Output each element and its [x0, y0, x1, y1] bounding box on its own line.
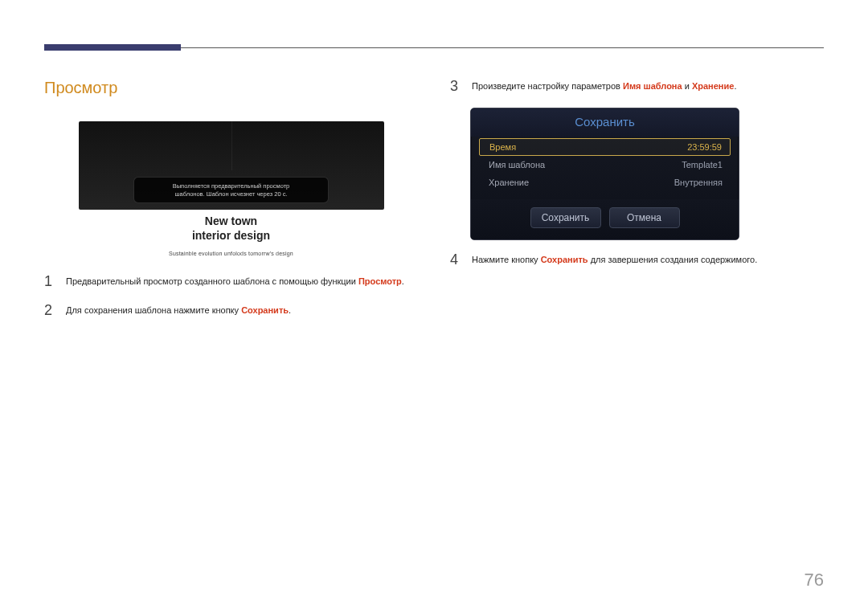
header-accent-bar	[44, 44, 181, 51]
keyword-storage: Хранение	[692, 81, 734, 91]
save-dialog: Сохранить Время 23:59:59 Имя шаблона Tem…	[470, 108, 739, 240]
step-number: 4	[450, 252, 460, 267]
dialog-row-storage[interactable]: Хранение Внутренняя	[479, 174, 731, 191]
step-text-post: для завершения создания содержимого.	[588, 255, 758, 264]
step-3: 3 Произведите настройку параметров Имя ш…	[450, 79, 824, 93]
step-text: Предварительный просмотр созданного шабл…	[66, 274, 404, 288]
dialog-buttons: Сохранить Отмена	[471, 199, 739, 239]
step-text-pre: Нажмите кнопку	[472, 255, 541, 264]
step-text-pre: Предварительный просмотр созданного шабл…	[66, 276, 358, 286]
preview-overlay-message: Выполняется предварительный просмотр шаб…	[133, 177, 329, 203]
preview-caption: New town interior design	[44, 215, 418, 243]
step-text-mid: и	[682, 81, 692, 91]
keyword-save: Сохранить	[541, 255, 588, 264]
preview-screenshot: Выполняется предварительный просмотр шаб…	[79, 121, 384, 210]
row-label: Время	[489, 142, 516, 152]
caption-line-1: New town	[44, 215, 418, 229]
step-text-pre: Для сохранения шаблона нажмите кнопку	[66, 305, 241, 315]
caption-line-2: interior design	[44, 229, 418, 243]
preview-subcaption: Sustainble evolution unfolods tomorrw's …	[44, 251, 418, 256]
step-text-post: .	[289, 305, 291, 315]
content-columns: Просмотр Выполняется предварительный про…	[44, 79, 824, 332]
step-4: 4 Нажмите кнопку Сохранить для завершени…	[450, 252, 824, 267]
overlay-line-2: шаблонов. Шаблон исчезнет через 20 с.	[137, 190, 325, 198]
keyword-save: Сохранить	[241, 305, 289, 315]
step-text: Произведите настройку параметров Имя шаб…	[472, 79, 736, 93]
save-button[interactable]: Сохранить	[530, 207, 601, 228]
dialog-body: Время 23:59:59 Имя шаблона Template1 Хра…	[471, 137, 739, 199]
keyword-template-name: Имя шаблона	[623, 81, 682, 91]
row-label: Имя шаблона	[489, 160, 545, 170]
dialog-row-time[interactable]: Время 23:59:59	[479, 138, 731, 156]
keyword-preview: Просмотр	[358, 276, 402, 286]
row-value: Template1	[682, 160, 723, 170]
step-number: 2	[44, 303, 54, 317]
preview-divider	[231, 121, 232, 170]
row-label: Хранение	[489, 178, 529, 187]
step-1: 1 Предварительный просмотр созданного ша…	[44, 274, 418, 288]
step-text: Для сохранения шаблона нажмите кнопку Со…	[66, 303, 291, 317]
step-text-post: .	[402, 276, 404, 286]
dialog-row-template-name[interactable]: Имя шаблона Template1	[479, 156, 731, 174]
left-column: Просмотр Выполняется предварительный про…	[44, 79, 418, 332]
step-number: 1	[44, 274, 54, 288]
row-value: Внутренняя	[674, 178, 723, 187]
right-column: 3 Произведите настройку параметров Имя ш…	[450, 79, 824, 332]
step-2: 2 Для сохранения шаблона нажмите кнопку …	[44, 303, 418, 317]
step-number: 3	[450, 79, 460, 93]
page-number: 76	[805, 570, 824, 591]
step-text-pre: Произведите настройку параметров	[472, 81, 623, 91]
save-dialog-screenshot: Сохранить Время 23:59:59 Имя шаблона Tem…	[470, 108, 739, 240]
step-text-post: .	[734, 81, 736, 91]
step-text: Нажмите кнопку Сохранить для завершения …	[472, 252, 757, 267]
section-title: Просмотр	[44, 79, 418, 97]
overlay-line-1: Выполняется предварительный просмотр	[137, 182, 325, 190]
dialog-title: Сохранить	[471, 108, 739, 137]
header-frame	[44, 44, 824, 59]
row-value: 23:59:59	[687, 142, 722, 152]
cancel-button[interactable]: Отмена	[609, 207, 680, 228]
